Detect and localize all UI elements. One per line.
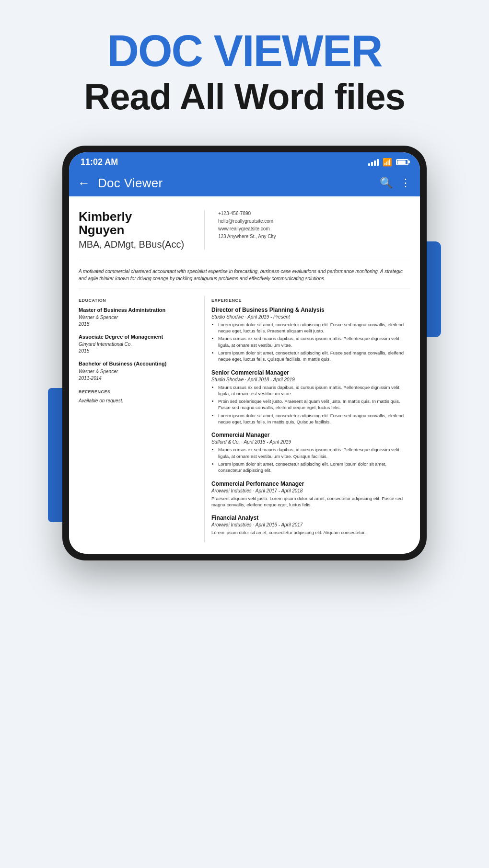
- exp-para-5: Lorem ipsum dolor sit amet, consectetur …: [211, 529, 410, 536]
- education-section-title: EDUCATION: [79, 298, 198, 303]
- exp-company-3: Salford & Co. · April 2018 - April 2019: [211, 439, 410, 445]
- doc-header-right: +123-456-7890 hello@reallygreatsite.com …: [214, 210, 410, 240]
- document-content: Kimberly Nguyen MBA, ADMgt, BBus(Acc) +1…: [69, 196, 420, 554]
- references-section-title: REFERENCES: [79, 389, 198, 394]
- exp-title-2: Senior Commercial Manager: [211, 369, 410, 376]
- signal-icon: [368, 158, 379, 166]
- degree-3: Bachelor of Business (Accounting): [79, 360, 198, 367]
- exp-title-4: Commercial Perfomance Manager: [211, 480, 410, 487]
- edu-item-2: Associate Degree of Management Ginyard I…: [79, 333, 198, 354]
- references-text: Available on request.: [79, 398, 198, 403]
- contact-info: +123-456-7890 hello@reallygreatsite.com …: [218, 210, 410, 240]
- exp-company-4: Arowwai Industries · April 2017 - April …: [211, 488, 410, 493]
- degree-2: Associate Degree of Management: [79, 333, 198, 340]
- exp-bullets-3: Mauris cursus ex sed mauris dapibus, id …: [211, 446, 410, 473]
- search-button[interactable]: 🔍: [380, 177, 393, 189]
- degree-1: Master of Business Administration: [79, 307, 198, 313]
- exp-item-5: Financial Analyst Arowwai Industries · A…: [211, 514, 410, 536]
- bullet: Proin sed scelerisque velit justo. Praes…: [218, 398, 410, 411]
- exp-item-2: Senior Commercial Manager Studio Shodwe …: [211, 369, 410, 425]
- exp-item-3: Commercial Manager Salford & Co. · April…: [211, 432, 410, 473]
- exp-company-2: Studio Shodwe · April 2018 - April 2019: [211, 377, 410, 382]
- exp-item-1: Director of Business Planning & Analysis…: [211, 307, 410, 363]
- exp-bullets-1: Lorem ipsum dolor sit amet, consectetur …: [211, 321, 410, 363]
- more-button[interactable]: ⋮: [400, 177, 411, 189]
- app-title-black: Read All Word files: [84, 77, 405, 117]
- bullet: Mauris cursus ex sed mauris dapibus, id …: [218, 335, 410, 348]
- wifi-icon: 📶: [383, 158, 392, 167]
- doc-header: Kimberly Nguyen MBA, ADMgt, BBus(Acc) +1…: [79, 210, 410, 258]
- exp-item-4: Commercial Perfomance Manager Arowwai In…: [211, 480, 410, 508]
- bullet: Mauris cursus ex sed mauris dapibus, id …: [218, 446, 410, 459]
- phone-screen: 11:02 AM 📶 ← Doc Viewer: [69, 152, 420, 554]
- summary-text: A motivated commercial chartered account…: [79, 268, 410, 282]
- doc-name-block: Kimberly Nguyen MBA, ADMgt, BBus(Acc): [79, 210, 205, 250]
- exp-title-5: Financial Analyst: [211, 514, 410, 521]
- phone-frame: 11:02 AM 📶 ← Doc Viewer: [62, 146, 427, 561]
- app-bar-title: Doc Viewer: [98, 176, 372, 191]
- experience-section-title: EXPERIENCE: [211, 298, 410, 303]
- app-title-blue: DOC VIEWER: [107, 29, 382, 73]
- school-1: Warner & Spencer 2018: [79, 314, 198, 328]
- left-column: EDUCATION Master of Business Administrat…: [79, 296, 205, 543]
- doc-body: EDUCATION Master of Business Administrat…: [79, 296, 410, 543]
- status-time: 11:02 AM: [81, 157, 118, 167]
- right-column: EXPERIENCE Director of Business Planning…: [205, 296, 410, 543]
- status-icons: 📶: [368, 158, 408, 167]
- credentials: MBA, ADMgt, BBus(Acc): [79, 239, 197, 250]
- exp-title-1: Director of Business Planning & Analysis: [211, 307, 410, 313]
- exp-title-3: Commercial Manager: [211, 432, 410, 438]
- exp-company-1: Studio Shodwe · April 2019 - Present: [211, 314, 410, 320]
- back-button[interactable]: ←: [78, 177, 90, 189]
- exp-bullets-2: Mauris cursus ex sed mauris dapibus, id …: [211, 384, 410, 425]
- bullet: Lorem ipsum dolor sit amet, consectetur …: [218, 321, 410, 334]
- status-bar: 11:02 AM 📶: [69, 152, 420, 170]
- person-name: Kimberly Nguyen: [79, 210, 197, 237]
- edu-item-3: Bachelor of Business (Accounting) Warner…: [79, 360, 198, 381]
- bullet: Lorem ipsum dolor sit amet, consectetur …: [218, 350, 410, 363]
- school-2: Ginyard International Co. 2015: [79, 341, 198, 354]
- app-bar: ← Doc Viewer 🔍 ⋮: [69, 170, 420, 196]
- battery-icon: [396, 159, 408, 165]
- edu-item-1: Master of Business Administration Warner…: [79, 307, 198, 328]
- phone-mockup: 11:02 AM 📶 ← Doc Viewer: [62, 146, 427, 561]
- exp-para-4: Praesent aliquam velit justo. Lorem ipsu…: [211, 495, 410, 508]
- bullet: Mauris cursus ex sed mauris dapibus, id …: [218, 384, 410, 397]
- bullet: Lorem ipsum dolor sit amet, consectetur …: [218, 412, 410, 425]
- bullet: Lorem ipsum dolor sit amet, consectetur …: [218, 461, 410, 474]
- school-3: Warner & Spencer 2011-2014: [79, 368, 198, 382]
- exp-company-5: Arowwai Industries · April 2016 - April …: [211, 522, 410, 527]
